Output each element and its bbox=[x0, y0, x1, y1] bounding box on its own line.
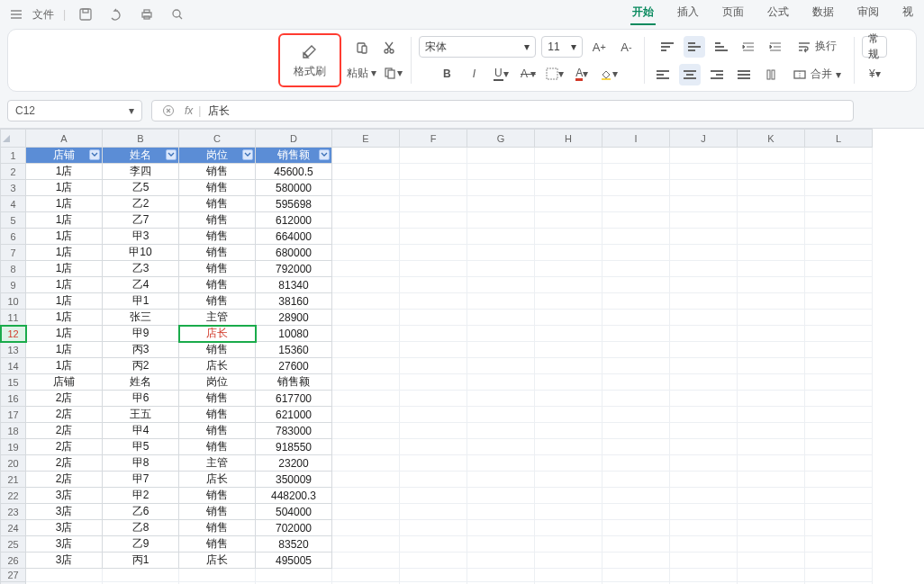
indent-decrease-icon[interactable] bbox=[738, 36, 759, 58]
currency-button[interactable]: ¥ ▾ bbox=[864, 63, 885, 85]
cell-blank[interactable] bbox=[535, 164, 602, 180]
tab-insert[interactable]: 插入 bbox=[675, 1, 701, 25]
tab-data[interactable]: 数据 bbox=[811, 1, 836, 25]
strike-button[interactable]: A ▾ bbox=[517, 63, 539, 85]
cell-blank[interactable] bbox=[805, 439, 873, 455]
row-header-19[interactable]: 19 bbox=[1, 439, 26, 455]
preview-icon[interactable] bbox=[167, 4, 188, 25]
cell-blank[interactable] bbox=[256, 569, 332, 582]
underline-button[interactable]: U ▾ bbox=[490, 63, 512, 85]
cell-blank[interactable] bbox=[670, 391, 738, 407]
cell-blank[interactable] bbox=[535, 148, 602, 164]
cell-blank[interactable] bbox=[535, 326, 602, 342]
col-header-C[interactable]: C bbox=[179, 130, 256, 148]
cell-B8[interactable]: 乙3 bbox=[103, 261, 179, 277]
cell-D20[interactable]: 23200 bbox=[256, 455, 332, 472]
row-header-8[interactable]: 8 bbox=[1, 261, 26, 277]
row-header-16[interactable]: 16 bbox=[1, 391, 26, 407]
cell-blank[interactable] bbox=[670, 553, 738, 569]
cell-C4[interactable]: 销售 bbox=[179, 196, 256, 212]
cell-D23[interactable]: 504000 bbox=[256, 504, 332, 520]
cell-A8[interactable]: 1店 bbox=[26, 261, 103, 277]
cell-D18[interactable]: 783000 bbox=[256, 423, 332, 439]
cell-blank[interactable] bbox=[332, 536, 400, 553]
cell-blank[interactable] bbox=[602, 229, 670, 245]
cell-D3[interactable]: 580000 bbox=[256, 180, 332, 196]
cell-A21[interactable]: 2店 bbox=[26, 472, 103, 488]
cell-blank[interactable] bbox=[467, 164, 535, 180]
cell-blank[interactable] bbox=[805, 326, 873, 342]
cell-blank[interactable] bbox=[602, 245, 670, 261]
cell-blank[interactable] bbox=[670, 455, 738, 472]
cell-D24[interactable]: 702000 bbox=[256, 520, 332, 536]
cell-C6[interactable]: 销售 bbox=[179, 229, 256, 245]
cell-blank[interactable] bbox=[602, 520, 670, 536]
cell-blank[interactable] bbox=[103, 569, 179, 582]
cell-blank[interactable] bbox=[670, 520, 738, 536]
cell-blank[interactable] bbox=[670, 407, 738, 423]
cell-blank[interactable] bbox=[670, 164, 738, 180]
align-center-icon[interactable] bbox=[679, 64, 701, 85]
cell-blank[interactable] bbox=[670, 358, 738, 374]
col-header-J[interactable]: J bbox=[670, 130, 738, 148]
cell-blank[interactable] bbox=[400, 423, 467, 439]
cell-blank[interactable] bbox=[805, 455, 873, 472]
cell-D11[interactable]: 28900 bbox=[256, 310, 332, 326]
cell-blank[interactable] bbox=[670, 342, 738, 358]
cell-blank[interactable] bbox=[670, 536, 738, 553]
cell-blank[interactable] bbox=[805, 358, 873, 374]
cell-D16[interactable]: 617700 bbox=[256, 391, 332, 407]
cell-blank[interactable] bbox=[332, 293, 400, 310]
row-header-1[interactable]: 1 bbox=[1, 148, 26, 164]
cell-D25[interactable]: 83520 bbox=[256, 536, 332, 553]
cell-blank[interactable] bbox=[400, 569, 467, 582]
cell-A15[interactable]: 店铺 bbox=[26, 374, 103, 391]
cell-blank[interactable] bbox=[670, 180, 738, 196]
cell-A9[interactable]: 1店 bbox=[26, 277, 103, 293]
cell-blank[interactable] bbox=[467, 391, 535, 407]
row-header-20[interactable]: 20 bbox=[1, 455, 26, 472]
cell-blank[interactable] bbox=[535, 310, 602, 326]
row-header-17[interactable]: 17 bbox=[1, 407, 26, 423]
cell-blank[interactable] bbox=[738, 488, 805, 504]
cell-blank[interactable] bbox=[602, 180, 670, 196]
cell-blank[interactable] bbox=[535, 488, 602, 504]
row-header-24[interactable]: 24 bbox=[1, 520, 26, 536]
cell-D13[interactable]: 15360 bbox=[256, 342, 332, 358]
cell-blank[interactable] bbox=[805, 423, 873, 439]
cell-C5[interactable]: 销售 bbox=[179, 212, 256, 229]
tab-page[interactable]: 页面 bbox=[720, 1, 746, 25]
cell-blank[interactable] bbox=[805, 164, 873, 180]
cell-blank[interactable] bbox=[805, 212, 873, 229]
cell-blank[interactable] bbox=[805, 277, 873, 293]
row-header-18[interactable]: 18 bbox=[1, 423, 26, 439]
cell-A17[interactable]: 2店 bbox=[26, 407, 103, 423]
col-header-D[interactable]: D bbox=[256, 130, 332, 148]
cell-blank[interactable] bbox=[332, 488, 400, 504]
cell-blank[interactable] bbox=[738, 423, 805, 439]
cell-blank[interactable] bbox=[535, 229, 602, 245]
cell-blank[interactable] bbox=[738, 326, 805, 342]
cell-blank[interactable] bbox=[602, 212, 670, 229]
row-header-12[interactable]: 12 bbox=[1, 326, 26, 342]
align-left-icon[interactable] bbox=[652, 64, 674, 85]
cell-B20[interactable]: 甲8 bbox=[103, 455, 179, 472]
cell-B4[interactable]: 乙2 bbox=[103, 196, 179, 212]
col-header-B[interactable]: B bbox=[103, 130, 179, 148]
cell-B5[interactable]: 乙7 bbox=[103, 212, 179, 229]
cell-blank[interactable] bbox=[400, 374, 467, 391]
cell-blank[interactable] bbox=[738, 196, 805, 212]
cell-blank[interactable] bbox=[400, 472, 467, 488]
cell-blank[interactable] bbox=[738, 472, 805, 488]
cell-A2[interactable]: 1店 bbox=[26, 164, 103, 180]
cell-A10[interactable]: 1店 bbox=[26, 293, 103, 310]
cell-blank[interactable] bbox=[535, 472, 602, 488]
cell-blank[interactable] bbox=[400, 358, 467, 374]
cell-A25[interactable]: 3店 bbox=[26, 536, 103, 553]
orientation-icon[interactable] bbox=[760, 64, 782, 85]
cell-blank[interactable] bbox=[535, 504, 602, 520]
cell-B19[interactable]: 甲5 bbox=[103, 439, 179, 455]
cell-blank[interactable] bbox=[400, 310, 467, 326]
cell-blank[interactable] bbox=[602, 553, 670, 569]
cell-blank[interactable] bbox=[332, 374, 400, 391]
